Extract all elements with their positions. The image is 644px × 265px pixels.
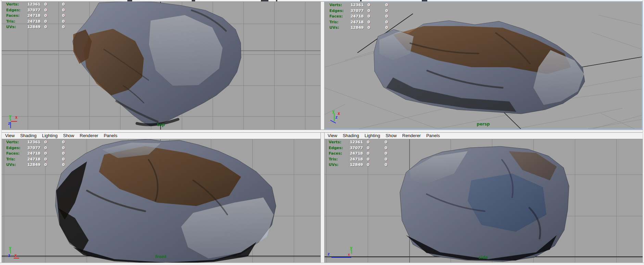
axis-x-line: [14, 258, 19, 258]
hud-stat-col3: 0: [61, 25, 66, 29]
clipped-menu-text-fragment: [192, 0, 195, 1]
menu-item[interactable]: Renderer: [80, 133, 98, 138]
hud-row: Faces: 24718 0 0: [5, 13, 68, 19]
clipped-menu-text-fragment: [261, 0, 268, 1]
hud-row: Edges: 37077 0 0: [328, 9, 391, 14]
hud-stat-col3: 0: [384, 14, 389, 19]
window-edge-right: [643, 0, 644, 265]
hud-stat-label: UVs:: [329, 25, 339, 30]
hud-stat-col2: 0: [366, 14, 371, 19]
menu-item[interactable]: Shading: [343, 133, 359, 138]
hud-row: UVs: 12849 0 0: [5, 25, 68, 31]
hud-stat-col2: 0: [366, 3, 371, 7]
hud-stat-label: Verts:: [6, 2, 19, 7]
axis-y-line: [334, 113, 334, 121]
hud-stat-col3: 0: [61, 8, 66, 12]
hud-stat-value: 12361: [25, 140, 40, 144]
panel-front: ViewShadingLightingShowRendererPanels Ve…: [1, 132, 320, 263]
hud-stat-value: 24718: [348, 14, 364, 19]
hud-stat-col2: 0: [43, 25, 48, 29]
hud-row: Edges: 37077 0 0: [5, 146, 68, 152]
window-edge-bottom: [0, 263, 644, 265]
poly-count-hud: Verts: 12361 0 0 Edges: 37077 0 0 Faces:…: [328, 3, 391, 31]
hud-stat-value: 12361: [348, 3, 364, 7]
axis-gizmo: y x z: [329, 111, 346, 127]
menu-item[interactable]: Show: [386, 133, 397, 138]
axis-x-label: x: [14, 254, 17, 257]
hud-stat-label: Faces:: [6, 151, 20, 156]
hud-stat-value: 12361: [25, 2, 40, 7]
viewport-front[interactable]: Verts: 12361 0 0 Edges: 37077 0 0 Faces:…: [1, 139, 320, 263]
hud-row: Edges: 37077 0 0: [5, 8, 68, 14]
clipped-menu-text-fragment: [422, 0, 427, 1]
menu-item[interactable]: Renderer: [402, 133, 421, 138]
hud-stat-value: 24718: [25, 19, 40, 24]
hud-stat-col3: 0: [61, 13, 66, 18]
hud-stat-col2: 0: [366, 20, 371, 24]
hud-stat-label: Edges:: [6, 8, 21, 12]
hud-row: Tris: 24718 0 0: [5, 157, 68, 163]
hud-stat-col2: 0: [366, 151, 370, 156]
axis-x-label: x: [15, 116, 17, 119]
hud-stat-col2: 0: [43, 162, 48, 167]
poly-count-hud: Verts: 12361 0 0 Edges: 37077 0 0 Faces:…: [5, 140, 68, 168]
menu-item[interactable]: Lighting: [42, 133, 58, 138]
hud-stat-value: 37077: [347, 146, 363, 150]
hud-stat-value: 12361: [347, 140, 363, 144]
hud-stat-label: Edges:: [329, 146, 343, 150]
hud-stat-value: 37077: [25, 146, 40, 150]
hud-stat-label: Tris:: [6, 19, 15, 24]
menu-item[interactable]: Show: [63, 133, 74, 138]
axis-x-label: x: [338, 112, 340, 116]
hud-stat-col2: 0: [43, 157, 48, 161]
clipped-top-menubar: [0, 0, 644, 2]
hud-stat-label: UVs:: [329, 162, 338, 167]
panel-side: ViewShadingLightingShowRendererPanels Ve…: [324, 132, 643, 263]
hud-row: Edges: 37077 0 0: [327, 146, 391, 152]
viewport-menubar: ViewShadingLightingShowRendererPanels: [1, 132, 320, 139]
hud-stat-col3: 0: [383, 162, 388, 167]
hud-stat-label: Tris:: [329, 157, 338, 161]
axis-gizmo: y x z: [5, 115, 23, 130]
viewport-persp[interactable]: Verts: 12361 0 0 Edges: 37077 0 0 Faces:…: [324, 1, 643, 130]
menu-item[interactable]: Shading: [20, 133, 37, 138]
view-label: top: [157, 122, 165, 127]
axis-z-line: [331, 257, 351, 258]
hud-stat-label: Tris:: [6, 157, 15, 161]
hud-stat-col2: 0: [43, 151, 48, 156]
poly-count-hud: Verts: 12361 0 0 Edges: 37077 0 0 Faces:…: [5, 2, 68, 31]
hud-stat-col3: 0: [61, 146, 66, 150]
menu-item[interactable]: View: [5, 133, 15, 138]
axis-z-line: [10, 122, 11, 128]
hud-stat-col3: 0: [61, 162, 66, 167]
axis-gizmo: y z x: [326, 246, 357, 262]
menu-item[interactable]: Lighting: [365, 133, 380, 138]
menu-item[interactable]: View: [328, 133, 337, 138]
menu-item[interactable]: Panels: [104, 133, 117, 138]
hud-stat-value: 24718: [347, 151, 363, 156]
axis-x-label: x: [348, 253, 350, 256]
menu-item[interactable]: Panels: [426, 133, 440, 138]
view-label: front: [155, 254, 167, 259]
viewport-side[interactable]: Verts: 12361 0 0 Edges: 37077 0 0 Faces:…: [324, 139, 643, 263]
hud-stat-col2: 0: [366, 9, 371, 13]
viewport-divider-horizontal[interactable]: [0, 130, 644, 133]
axis-z-line: [330, 120, 336, 123]
hud-stat-col2: 0: [43, 146, 48, 150]
hud-stat-col3: 0: [61, 2, 66, 7]
hud-stat-col2: 0: [366, 25, 371, 30]
hud-stat-label: Verts:: [6, 140, 19, 144]
hud-stat-label: UVs:: [6, 25, 16, 29]
clipped-menu-text-fragment: [276, 0, 277, 1]
hud-stat-col3: 0: [61, 151, 66, 156]
hud-stat-col2: 0: [366, 162, 370, 167]
hud-stat-value: 37077: [25, 8, 40, 12]
viewport-top[interactable]: Verts: 12361 0 0 Edges: 37077 0 0 Faces:…: [1, 1, 320, 130]
hud-row: Verts: 12361 0 0: [328, 3, 391, 9]
hud-stat-value: 24718: [25, 151, 40, 156]
hud-row: Faces: 24718 0 0: [328, 14, 391, 20]
axis-x-line: [11, 121, 17, 122]
hud-stat-col3: 0: [383, 157, 388, 161]
hud-stat-col3: 0: [61, 157, 66, 161]
hud-stat-col3: 0: [383, 146, 388, 150]
